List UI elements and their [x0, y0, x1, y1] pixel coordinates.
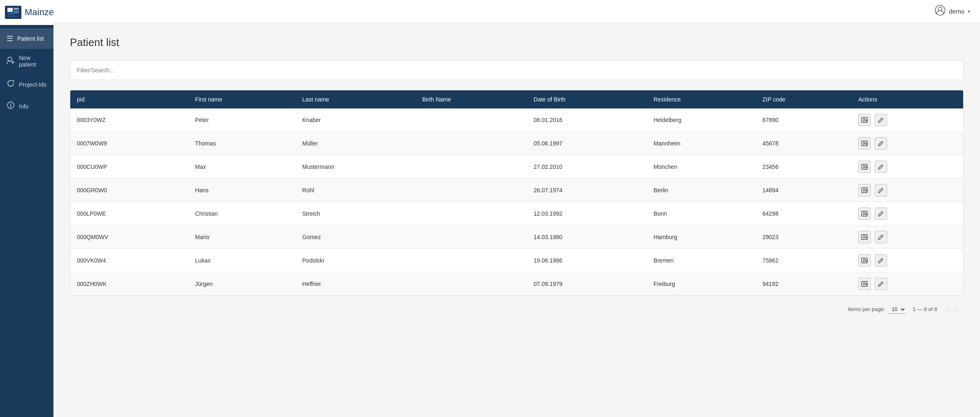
sidebar-nav: ☰ Patient list New patient Proje	[0, 28, 53, 117]
page-info: 1 — 8 of 8	[913, 306, 937, 312]
edit-button[interactable]	[875, 137, 887, 150]
project-ids-icon	[7, 79, 15, 90]
svg-rect-1	[7, 8, 13, 12]
filter-search-input[interactable]	[77, 67, 957, 74]
actions-cell	[852, 226, 963, 249]
sidebar: Mainzelliste ☰ Patient list New patient	[0, 0, 53, 417]
table-cell: Hamburg	[647, 226, 756, 249]
col-actions: Actions	[852, 90, 963, 108]
table-body: 0003Y0WZPeterKnaber08.01.2016Heidelberg6…	[70, 108, 963, 295]
table-cell: Bonn	[647, 202, 756, 226]
svg-rect-2	[14, 8, 19, 10]
table-cell: 05.06.1997	[527, 132, 647, 155]
edit-button[interactable]	[875, 207, 887, 220]
table-cell: 29023	[756, 226, 852, 249]
table-cell: 000ZH0WK	[70, 272, 189, 296]
table-row: 000QM0WVMarioGomez14.03.1980Hamburg29023	[70, 226, 963, 249]
view-ids-button[interactable]	[858, 231, 871, 243]
topbar: demo ▾	[53, 0, 980, 23]
edit-button[interactable]	[875, 254, 887, 267]
logo-icon	[5, 6, 21, 19]
main-area: demo ▾ Patient list pid First name Last …	[53, 0, 980, 417]
content-area: Patient list pid First name Last name Bi…	[53, 23, 980, 417]
actions-cell	[852, 155, 963, 179]
edit-button[interactable]	[875, 114, 887, 126]
table-cell: 000VK0W4	[70, 249, 189, 272]
col-last-name: Last name	[296, 90, 416, 108]
view-ids-button[interactable]	[858, 137, 871, 150]
sidebar-item-label: Info	[19, 103, 28, 110]
sidebar-item-patient-list[interactable]: ☰ Patient list	[0, 28, 53, 49]
patient-table: pid First name Last name Birth Name Date…	[70, 90, 963, 295]
table-cell: Freiburg	[647, 272, 756, 296]
table-cell: 0003Y0WZ	[70, 108, 189, 132]
table-cell	[416, 132, 527, 155]
table-cell: Mario	[189, 226, 296, 249]
table-row: 000ZH0WKJürgenHeffner07.09.1979Freiburg9…	[70, 272, 963, 296]
table-cell: Bremen	[647, 249, 756, 272]
table-cell: Berlin	[647, 179, 756, 202]
view-ids-button[interactable]	[858, 184, 871, 196]
svg-point-12	[10, 104, 11, 104]
items-per-page-select[interactable]: 5 10 25 50	[888, 305, 906, 314]
table-cell: 000GR0W0	[70, 179, 189, 202]
table-cell: Podolski	[296, 249, 416, 272]
sidebar-item-label: Project-Ids	[19, 81, 46, 88]
actions-cell	[852, 179, 963, 202]
table-cell: Hans	[189, 179, 296, 202]
view-ids-button[interactable]	[858, 114, 871, 126]
svg-rect-6	[7, 16, 17, 17]
edit-button[interactable]	[875, 161, 887, 173]
actions-cell	[852, 272, 963, 296]
col-first-name: First name	[189, 90, 296, 108]
table-cell: Rühl	[296, 179, 416, 202]
table-cell: München	[647, 155, 756, 179]
next-page-button[interactable]: ›	[953, 303, 960, 315]
sidebar-item-info[interactable]: Info	[0, 95, 53, 117]
user-dropdown-arrow: ▾	[968, 9, 970, 14]
table-cell: Thomas	[189, 132, 296, 155]
table-cell: Lukas	[189, 249, 296, 272]
table-cell: Peter	[189, 108, 296, 132]
edit-button[interactable]	[875, 231, 887, 243]
table-row: 000GR0W0HansRühl26.07.1974Berlin14894	[70, 179, 963, 202]
edit-button[interactable]	[875, 184, 887, 196]
table-cell: Gomez	[296, 226, 416, 249]
edit-button[interactable]	[875, 278, 887, 290]
table-row: 000CU0WPMaxMustermann27.02.2010München23…	[70, 155, 963, 179]
actions-cell	[852, 108, 963, 132]
table-cell	[416, 202, 527, 226]
table-cell: Jürgen	[189, 272, 296, 296]
table-cell: 45678	[756, 132, 852, 155]
svg-rect-4	[7, 13, 19, 14]
table-cell: Mannheim	[647, 132, 756, 155]
svg-rect-5	[7, 14, 16, 15]
table-cell: Knaber	[296, 108, 416, 132]
prev-page-button[interactable]: ‹	[944, 303, 951, 315]
col-zip: ZIP code	[756, 90, 852, 108]
table-row: 0007W0W9ThomasMüller05.06.1997Mannheim45…	[70, 132, 963, 155]
sidebar-item-label: New patient	[19, 55, 47, 68]
user-menu[interactable]: demo ▾	[935, 5, 970, 18]
table-cell: Mustermann	[296, 155, 416, 179]
table-cell: 14894	[756, 179, 852, 202]
table-cell: 94192	[756, 272, 852, 296]
view-ids-button[interactable]	[858, 161, 871, 173]
table-cell: Streich	[296, 202, 416, 226]
actions-cell	[852, 132, 963, 155]
view-ids-button[interactable]	[858, 207, 871, 220]
table-cell: Müller	[296, 132, 416, 155]
table-cell: Heffner	[296, 272, 416, 296]
new-patient-icon	[7, 57, 15, 66]
sidebar-item-new-patient[interactable]: New patient	[0, 49, 53, 74]
view-ids-button[interactable]	[858, 278, 871, 290]
sidebar-item-label: Patient list	[17, 35, 44, 42]
table-cell	[416, 249, 527, 272]
view-ids-button[interactable]	[858, 254, 871, 267]
sidebar-item-project-ids[interactable]: Project-Ids	[0, 74, 53, 95]
table-cell: 12.03.1992	[527, 202, 647, 226]
table-cell: 0007W0W9	[70, 132, 189, 155]
table-cell: 000LP0WE	[70, 202, 189, 226]
table-header: pid First name Last name Birth Name Date…	[70, 90, 963, 108]
col-dob: Date of Birth	[527, 90, 647, 108]
